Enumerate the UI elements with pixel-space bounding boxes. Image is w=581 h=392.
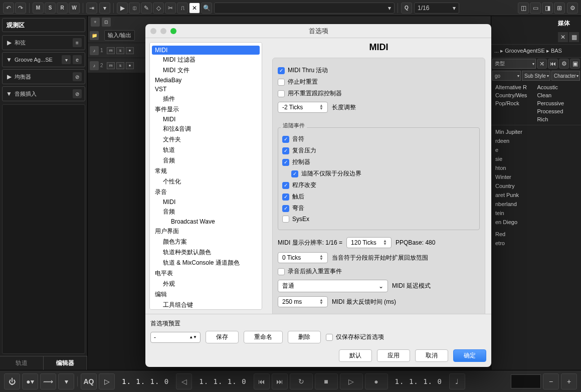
- write-button[interactable]: W: [69, 3, 80, 14]
- rec-mode-icon[interactable]: ●▾: [22, 373, 38, 389]
- tree-item[interactable]: 颜色方案: [150, 237, 262, 247]
- tag-item[interactable]: Clean: [537, 92, 564, 99]
- ok-button[interactable]: 确定: [453, 349, 486, 362]
- insert-reset-checkbox[interactable]: [278, 268, 285, 275]
- chase-notes-checkbox[interactable]: ✓: [282, 136, 289, 143]
- tree-item[interactable]: 和弦&音调: [150, 124, 262, 134]
- save-button[interactable]: 保存: [206, 331, 239, 343]
- prev-icon[interactable]: ⏮: [548, 59, 558, 69]
- extend-range-field[interactable]: 0 Ticks▲▼: [278, 252, 328, 263]
- pointer-tool[interactable]: ▶: [117, 3, 128, 14]
- zoom-in[interactable]: +: [561, 373, 577, 389]
- settings-button[interactable]: ⚙: [567, 3, 578, 14]
- preset-item[interactable]: aret Punk: [491, 190, 581, 200]
- tree-item[interactable]: 编辑: [150, 289, 262, 300]
- menu-icon[interactable]: ≡: [73, 38, 82, 47]
- midi-thru-checkbox[interactable]: ✓: [278, 67, 285, 74]
- stop-button[interactable]: ■: [315, 373, 338, 389]
- preset-item[interactable]: tein: [491, 209, 581, 218]
- preset-item[interactable]: Min Jupiter: [491, 127, 581, 136]
- quantize-value[interactable]: 1/16▾: [414, 3, 459, 14]
- tree-item[interactable]: MIDI: [152, 46, 260, 55]
- position-display[interactable]: 1. 1. 1. 0: [390, 377, 447, 385]
- tag-item[interactable]: Country/Wes: [495, 92, 527, 99]
- marker-icon[interactable]: ▷: [99, 373, 115, 389]
- window-icon[interactable]: ▣: [570, 59, 580, 69]
- add-track-icon[interactable]: +: [91, 18, 100, 27]
- power-icon[interactable]: ⏻: [4, 373, 20, 389]
- mute-tool[interactable]: ✕: [189, 3, 200, 14]
- layout-2-button[interactable]: ▭: [530, 3, 541, 14]
- next-marker[interactable]: ⏭: [272, 373, 288, 389]
- tag-item[interactable]: Pop/Rock: [495, 100, 527, 107]
- inspector-row-chord[interactable]: ▶ 和弦 ≡: [2, 35, 85, 50]
- preset-item[interactable]: Winter: [491, 172, 581, 181]
- tree-item[interactable]: Broadcast Wave: [150, 217, 262, 226]
- zoom-out[interactable]: −: [543, 373, 559, 389]
- erase-tool[interactable]: ◇: [153, 3, 164, 14]
- display-res-field[interactable]: 120 Ticks▲▼: [346, 237, 392, 248]
- preset-item[interactable]: Red: [491, 230, 581, 239]
- preset-item[interactable]: e: [491, 145, 581, 154]
- tag-item[interactable]: Acoustic: [537, 84, 564, 91]
- chase-ctrl2-checkbox[interactable]: ✓: [282, 159, 289, 166]
- tag-item[interactable]: Alternative R: [495, 84, 527, 91]
- tree-item[interactable]: MIDI 过滤器: [150, 55, 262, 65]
- redo-button[interactable]: ↷: [15, 3, 26, 14]
- latency-mode-select[interactable]: 普通⌄: [278, 280, 388, 292]
- reset-stop-checkbox[interactable]: [278, 79, 285, 86]
- zoom-tool[interactable]: 🔍: [201, 3, 212, 14]
- grid-icon[interactable]: ▦: [569, 32, 579, 42]
- punch-menu[interactable]: ▾: [58, 373, 74, 389]
- draw-tool[interactable]: ✎: [141, 3, 152, 14]
- close-icon[interactable]: ✕: [558, 32, 568, 42]
- tree-item[interactable]: 音频: [150, 155, 262, 166]
- time-format[interactable]: ♩: [449, 373, 465, 389]
- tree-item[interactable]: MIDI: [150, 198, 262, 207]
- marker2-icon[interactable]: ◁: [176, 373, 192, 389]
- snap-menu[interactable]: ▾: [99, 3, 110, 14]
- preset-select[interactable]: -▲▼: [150, 332, 201, 343]
- dialog-titlebar[interactable]: 首选项: [145, 24, 491, 38]
- inspector-row-instrument[interactable]: ▼ Groove Ag...SE ▾ e: [2, 52, 85, 67]
- track-config-icon[interactable]: ⊡: [102, 18, 111, 27]
- tree-item[interactable]: 电平表: [150, 268, 262, 279]
- tree-item[interactable]: VST: [150, 85, 262, 94]
- tree-item[interactable]: 插件: [150, 94, 262, 104]
- apply-button[interactable]: 应用: [377, 349, 410, 362]
- tree-item[interactable]: MIDI 文件: [150, 65, 262, 76]
- dropdown-icon[interactable]: ▾: [62, 55, 71, 64]
- chase-poly-checkbox[interactable]: ✓: [282, 147, 289, 154]
- track-mute[interactable]: m: [107, 47, 115, 54]
- tree-item[interactable]: 音频: [150, 207, 262, 217]
- tag-item[interactable]: Percussive: [537, 100, 564, 107]
- chase-bend-checkbox[interactable]: ✓: [282, 205, 289, 212]
- tree-item[interactable]: 工具组合键: [150, 300, 262, 310]
- layout-3-button[interactable]: ◨: [542, 3, 553, 14]
- prev-marker[interactable]: ⏮: [254, 373, 270, 389]
- tab-track[interactable]: 轨道: [0, 356, 44, 370]
- length-adj-field[interactable]: -2 Ticks▲▼: [278, 102, 328, 113]
- tree-item[interactable]: MIDI: [150, 115, 262, 124]
- filter-2[interactable]: Sub Style: [522, 71, 550, 81]
- cancel-button[interactable]: 取消: [415, 349, 448, 362]
- gear-icon[interactable]: ⚙: [559, 59, 569, 69]
- type-filter[interactable]: 类型: [492, 59, 536, 69]
- tag-item[interactable]: Rich: [537, 116, 564, 123]
- filter-3[interactable]: Character: [551, 71, 580, 81]
- shuffle-icon[interactable]: ⤨: [537, 59, 547, 69]
- tree-item[interactable]: 外观: [150, 279, 262, 289]
- track-rec[interactable]: ●: [126, 47, 134, 54]
- rename-button[interactable]: 重命名: [244, 331, 283, 343]
- color-field[interactable]: ▾: [214, 3, 395, 14]
- left-locator[interactable]: 1. 1. 1. 0: [117, 377, 174, 385]
- defaults-button[interactable]: 默认: [339, 349, 372, 362]
- preset-item[interactable]: hton: [491, 163, 581, 172]
- punch-icon[interactable]: ⟿: [40, 373, 56, 389]
- inspector-row-inserts[interactable]: ▼ 音频插入 ⊘: [2, 86, 85, 101]
- mute-button[interactable]: M: [33, 3, 44, 14]
- range-tool[interactable]: ⎅: [129, 3, 140, 14]
- chase-prog-checkbox[interactable]: ✓: [282, 182, 289, 189]
- filter-1[interactable]: go: [492, 71, 521, 81]
- tree-item[interactable]: MediaBay: [150, 76, 262, 85]
